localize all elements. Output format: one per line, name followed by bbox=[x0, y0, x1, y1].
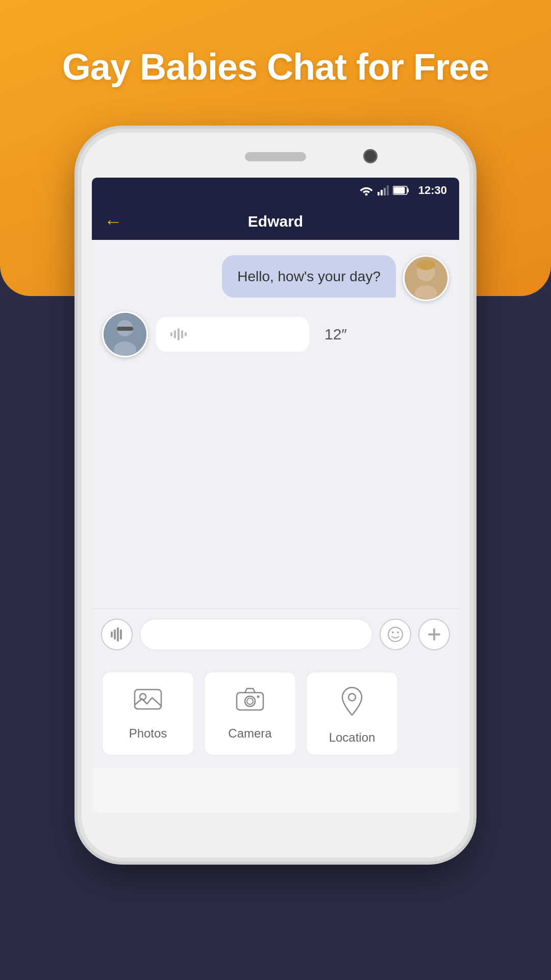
contact-name: Edward bbox=[248, 213, 303, 230]
status-bar: 12:30 bbox=[92, 178, 459, 203]
voice-duration: 12″ bbox=[324, 326, 347, 343]
svg-rect-4 bbox=[387, 185, 389, 195]
photos-svg-icon bbox=[134, 687, 162, 712]
screen: 12:30 ← Edward Hello, how's your day? bbox=[92, 178, 459, 813]
svg-rect-21 bbox=[111, 631, 113, 638]
avatar-edward bbox=[403, 255, 449, 301]
svg-point-35 bbox=[257, 696, 260, 698]
location-button[interactable]: Location bbox=[306, 672, 398, 755]
battery-icon bbox=[393, 186, 409, 195]
svg-rect-3 bbox=[384, 188, 386, 195]
emoji-button-icon bbox=[387, 626, 404, 643]
svg-rect-16 bbox=[170, 332, 172, 336]
photos-button[interactable]: Photos bbox=[102, 672, 194, 755]
add-button-icon bbox=[427, 627, 441, 642]
phone-speaker bbox=[245, 152, 306, 161]
message-row-received: Hello, how's your day? bbox=[102, 255, 449, 301]
signal-icon bbox=[378, 185, 389, 195]
svg-rect-20 bbox=[185, 332, 187, 336]
svg-rect-17 bbox=[174, 330, 176, 338]
camera-svg-icon bbox=[236, 687, 264, 712]
svg-rect-7 bbox=[407, 188, 409, 192]
svg-rect-29 bbox=[428, 633, 440, 635]
svg-rect-24 bbox=[120, 629, 122, 640]
svg-point-0 bbox=[365, 193, 367, 196]
voice-wave-icon bbox=[170, 327, 189, 341]
svg-rect-22 bbox=[114, 629, 116, 640]
input-bar bbox=[92, 608, 459, 659]
back-button[interactable]: ← bbox=[104, 211, 122, 232]
location-label: Location bbox=[329, 730, 375, 745]
svg-point-26 bbox=[392, 631, 394, 633]
status-icons bbox=[359, 185, 409, 195]
location-svg-icon bbox=[340, 687, 364, 716]
media-options-panel: Photos Camera bbox=[92, 659, 459, 768]
svg-rect-1 bbox=[378, 192, 380, 195]
status-time: 12:30 bbox=[418, 184, 447, 197]
emoji-button[interactable] bbox=[380, 619, 411, 650]
voice-input-button[interactable] bbox=[101, 619, 133, 650]
wifi-icon bbox=[359, 185, 373, 195]
chat-area: Hello, how's your day? bbox=[92, 240, 459, 608]
svg-rect-32 bbox=[237, 693, 263, 710]
svg-rect-19 bbox=[181, 330, 183, 338]
phone-mockup: 12:30 ← Edward Hello, how's your day? bbox=[82, 133, 469, 888]
header-bar: ← Edward bbox=[92, 203, 459, 240]
add-button[interactable] bbox=[418, 619, 450, 650]
avatar-self bbox=[102, 311, 148, 357]
app-title: Gay Babies Chat for Free bbox=[0, 46, 551, 88]
phone-shell: 12:30 ← Edward Hello, how's your day? bbox=[82, 133, 469, 857]
svg-rect-18 bbox=[178, 328, 180, 340]
svg-point-34 bbox=[247, 698, 253, 704]
camera-button[interactable]: Camera bbox=[204, 672, 296, 755]
svg-point-36 bbox=[348, 694, 356, 701]
svg-rect-23 bbox=[117, 627, 119, 642]
svg-rect-6 bbox=[393, 187, 405, 194]
svg-rect-30 bbox=[135, 690, 161, 709]
camera-label: Camera bbox=[228, 726, 271, 741]
message-text-input[interactable] bbox=[140, 619, 372, 650]
svg-point-31 bbox=[140, 694, 146, 700]
photos-icon bbox=[134, 687, 162, 718]
svg-point-25 bbox=[388, 627, 403, 642]
voice-button-icon bbox=[109, 627, 124, 642]
svg-rect-14 bbox=[117, 327, 133, 331]
svg-point-10 bbox=[417, 260, 435, 270]
photos-label: Photos bbox=[129, 726, 167, 741]
self-avatar-image bbox=[104, 313, 146, 356]
location-icon bbox=[340, 687, 364, 722]
message-bubble: Hello, how's your day? bbox=[222, 255, 396, 298]
svg-point-27 bbox=[397, 631, 399, 633]
phone-camera bbox=[363, 149, 378, 163]
avatar-image bbox=[405, 257, 447, 300]
camera-icon bbox=[236, 687, 264, 718]
message-row-voice: 12″ bbox=[102, 311, 449, 357]
svg-rect-2 bbox=[381, 190, 383, 195]
voice-message-bubble[interactable] bbox=[156, 317, 309, 352]
